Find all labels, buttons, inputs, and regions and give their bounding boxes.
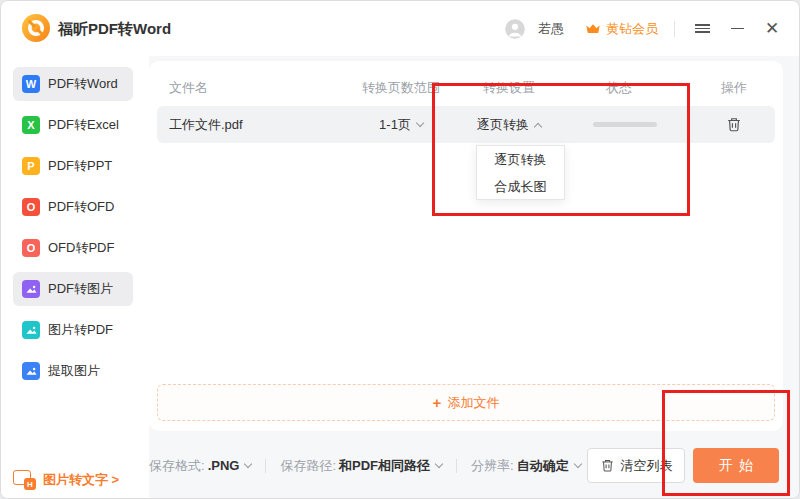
chevron-down-icon bbox=[435, 460, 443, 468]
plus-icon: + bbox=[433, 394, 442, 411]
extract-images-icon bbox=[22, 362, 40, 380]
sidebar-item-ofd-to-pdf[interactable]: O OFD转PDF bbox=[13, 231, 133, 265]
setting-select[interactable]: 逐页转换 bbox=[477, 106, 541, 143]
save-path-select[interactable]: 保存路径: 和PDF相同路径 bbox=[280, 457, 442, 475]
chevron-down-icon bbox=[244, 460, 252, 468]
sidebar: W PDF转Word X PDF转Excel P PDF转PPT O PDF转O… bbox=[1, 56, 149, 498]
crown-icon bbox=[585, 22, 601, 35]
file-list-panel: 文件名 转换页数范围 转换设置 状态 操作 工作文件.pdf 1-1页 逐页转换 bbox=[149, 61, 783, 431]
excel-icon: X bbox=[22, 116, 40, 134]
col-header-status: 状态 bbox=[606, 79, 632, 97]
sidebar-item-pdf-to-excel[interactable]: X PDF转Excel bbox=[13, 108, 133, 142]
delete-file-button[interactable] bbox=[726, 106, 743, 143]
image-to-pdf-icon bbox=[22, 321, 40, 339]
chevron-down-icon bbox=[416, 119, 424, 127]
save-format-select[interactable]: 保存格式: .PNG bbox=[149, 457, 251, 475]
trash-icon bbox=[726, 116, 743, 133]
trash-icon bbox=[600, 458, 615, 473]
col-header-setting: 转换设置 bbox=[483, 79, 535, 97]
sidebar-item-pdf-to-ofd[interactable]: O PDF转OFD bbox=[13, 190, 133, 224]
resolution-select[interactable]: 分辨率: 自动确定 bbox=[471, 457, 581, 475]
close-icon[interactable]: ✕ bbox=[761, 18, 783, 40]
app-window: 福昕PDF转Word 若愚 黄钻会员 ✕ bbox=[0, 0, 800, 499]
table-row: 工作文件.pdf 1-1页 逐页转换 bbox=[157, 106, 775, 143]
col-header-filename: 文件名 bbox=[169, 79, 208, 97]
setting-dropdown: 逐页转换 合成长图 bbox=[476, 145, 565, 200]
sidebar-item-pdf-to-image[interactable]: PDF转图片 bbox=[13, 272, 133, 306]
titlebar-right: 若愚 黄钻会员 ✕ bbox=[505, 1, 783, 56]
app-logo-icon bbox=[22, 14, 50, 42]
user-avatar[interactable] bbox=[505, 19, 525, 39]
member-label: 黄钻会员 bbox=[606, 20, 658, 38]
chevron-down-icon bbox=[573, 460, 581, 468]
app-title: 福昕PDF转Word bbox=[58, 1, 171, 56]
sidebar-item-image-to-pdf[interactable]: 图片转PDF bbox=[13, 313, 133, 347]
sidebar-item-pdf-to-ppt[interactable]: P PDF转PPT bbox=[13, 149, 133, 183]
sidebar-item-pdf-to-word[interactable]: W PDF转Word bbox=[13, 67, 133, 101]
image-to-text-icon: H bbox=[13, 470, 36, 490]
add-file-button[interactable]: + 添加文件 bbox=[157, 384, 775, 421]
user-name[interactable]: 若愚 bbox=[538, 20, 564, 38]
dropdown-option-long-image[interactable]: 合成长图 bbox=[477, 173, 564, 200]
dropdown-option-per-page[interactable]: 逐页转换 bbox=[477, 146, 564, 173]
chevron-up-icon bbox=[534, 122, 542, 130]
clear-list-button[interactable]: 清空列表 bbox=[587, 448, 685, 483]
member-badge[interactable]: 黄钻会员 bbox=[585, 20, 658, 38]
content-area: W PDF转Word X PDF转Excel P PDF转PPT O PDF转O… bbox=[1, 56, 799, 498]
divider bbox=[456, 459, 457, 473]
col-header-page-range: 转换页数范围 bbox=[362, 79, 440, 97]
bottom-bar: 保存格式: .PNG 保存路径: 和PDF相同路径 分辨率: 自动确定 bbox=[149, 448, 799, 483]
titlebar: 福昕PDF转Word 若愚 黄钻会员 ✕ bbox=[1, 1, 799, 56]
start-button[interactable]: 开始 bbox=[693, 448, 779, 483]
titlebar-divider bbox=[674, 21, 675, 37]
pdf-to-image-icon bbox=[22, 280, 40, 298]
progress-bar bbox=[593, 122, 657, 127]
ofd-icon: O bbox=[22, 198, 40, 216]
minimize-icon[interactable] bbox=[726, 18, 748, 40]
menu-icon[interactable] bbox=[691, 18, 713, 40]
divider bbox=[265, 459, 266, 473]
sidebar-item-image-to-text[interactable]: H 图片转文字 > bbox=[13, 464, 143, 496]
file-name: 工作文件.pdf bbox=[169, 106, 243, 143]
word-icon: W bbox=[22, 75, 40, 93]
sidebar-item-extract-images[interactable]: 提取图片 bbox=[13, 354, 133, 388]
ofd-to-pdf-icon: O bbox=[22, 239, 40, 257]
page-range-select[interactable]: 1-1页 bbox=[379, 106, 423, 143]
col-header-action: 操作 bbox=[721, 79, 747, 97]
ppt-icon: P bbox=[22, 157, 40, 175]
